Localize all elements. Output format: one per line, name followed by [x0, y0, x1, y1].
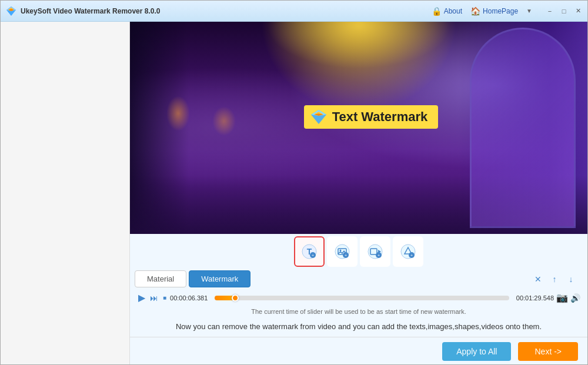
- move-up-button[interactable]: ↑: [547, 272, 562, 286]
- shape-icon: +: [400, 243, 416, 260]
- current-time: 00:00:06.381: [170, 294, 212, 302]
- step-forward-button[interactable]: ⏭: [149, 292, 159, 304]
- watermark-text: Text Watermark: [332, 109, 428, 125]
- add-shape-watermark-button[interactable]: +: [393, 236, 423, 267]
- next-button[interactable]: Next ->: [518, 342, 578, 361]
- content-area: Text Watermark T +: [130, 22, 587, 365]
- progress-bar[interactable]: [215, 296, 509, 300]
- total-time: 00:01:29.548: [512, 294, 554, 302]
- minimize-button[interactable]: −: [545, 6, 554, 16]
- sidebar: [1, 22, 130, 365]
- title-bar-left: UkeySoft Video Watermark Remover 8.0.0: [5, 5, 160, 17]
- svg-text:+: +: [312, 253, 314, 257]
- text-icon: T +: [301, 243, 318, 260]
- svg-text:+: +: [377, 253, 380, 257]
- volume-icon[interactable]: 🔊: [570, 293, 580, 303]
- apply-to-all-button[interactable]: Apply to All: [442, 342, 511, 361]
- svg-text:+: +: [345, 253, 347, 257]
- description-text: Now you can remove the watermark from vi…: [130, 316, 587, 337]
- title-bar: UkeySoft Video Watermark Remover 8.0.0 🔒…: [1, 1, 587, 22]
- screenshot-button[interactable]: 📷: [556, 292, 568, 303]
- close-button[interactable]: ✕: [573, 6, 583, 16]
- about-label: About: [444, 7, 462, 15]
- stop-button[interactable]: ■: [162, 293, 168, 302]
- video-icon: +: [367, 243, 383, 260]
- delete-action-button[interactable]: ✕: [531, 272, 545, 286]
- video-toolbar: T + +: [130, 234, 587, 269]
- dropdown-arrow[interactable]: ▼: [526, 8, 532, 14]
- video-scene: Text Watermark: [130, 22, 587, 234]
- watermark-badge: Text Watermark: [304, 105, 439, 129]
- app-title: UkeySoft Video Watermark Remover 8.0.0: [21, 7, 160, 15]
- app-icon: [5, 5, 17, 17]
- play-button[interactable]: ▶: [137, 291, 146, 304]
- hint-text: The current time of slider will be used …: [130, 307, 587, 316]
- action-row: ✕ ↑ ↓: [526, 271, 583, 287]
- progress-thumb[interactable]: [232, 294, 239, 302]
- maximize-button[interactable]: □: [559, 6, 569, 16]
- tabs-row: Material Watermark: [135, 270, 250, 287]
- video-preview[interactable]: Text Watermark: [130, 22, 587, 234]
- home-icon: 🏠: [470, 6, 480, 16]
- move-down-button[interactable]: ↓: [564, 272, 578, 286]
- image-icon: +: [334, 243, 350, 260]
- svg-text:+: +: [410, 253, 413, 257]
- window-controls: − □ ✕: [545, 6, 583, 16]
- playback-controls: ▶ ⏭ ■ 00:00:06.381 00:01:29.548 📷 🔊: [130, 289, 587, 307]
- homepage-label: HomePage: [483, 7, 518, 15]
- add-image-watermark-button[interactable]: +: [327, 236, 358, 267]
- about-link[interactable]: 🔒 About: [432, 6, 462, 16]
- bottom-bar: Apply to All Next ->: [130, 337, 587, 365]
- add-text-watermark-button[interactable]: T +: [294, 236, 325, 267]
- main-container: Text Watermark T +: [1, 22, 587, 365]
- watermark-tab[interactable]: Watermark: [189, 270, 250, 287]
- watermark-logo: [310, 109, 328, 125]
- material-tab[interactable]: Material: [135, 270, 186, 287]
- lock-icon: 🔒: [432, 6, 442, 16]
- add-video-watermark-button[interactable]: +: [360, 236, 390, 267]
- homepage-link[interactable]: 🏠 HomePage: [470, 6, 518, 16]
- tabs-and-actions: Material Watermark ✕ ↑ ↓: [130, 269, 587, 289]
- title-bar-right: 🔒 About 🏠 HomePage ▼ − □ ✕: [432, 6, 583, 16]
- watermark-overlay: Text Watermark: [304, 105, 439, 129]
